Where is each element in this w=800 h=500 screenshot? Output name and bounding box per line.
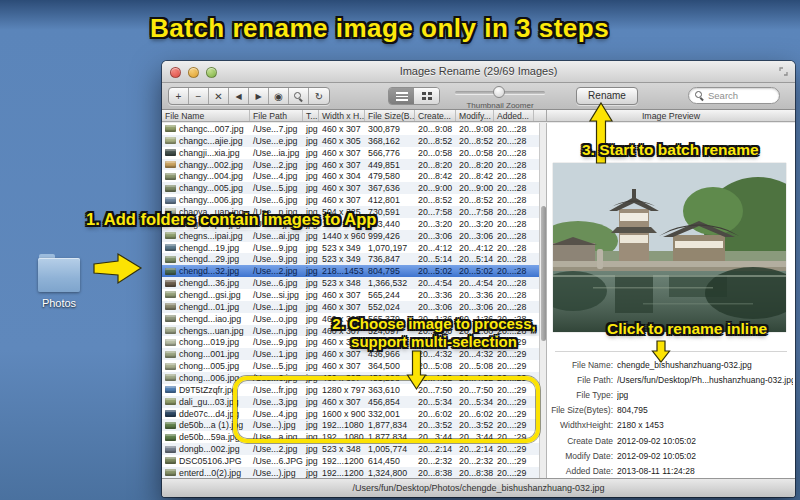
added-date-cell: 20...:28 [494, 207, 534, 217]
table-row[interactable]: chengd...gsi.jpg /Use...si.jpg jpg 460 x… [162, 289, 539, 301]
refresh-button[interactable]: ↻ [309, 88, 329, 104]
file-name-cell: chengd...36.jpg [162, 278, 250, 288]
preview-field-value[interactable]: /Users/fun/Desktop/Ph...hushanzhuang-032… [617, 375, 793, 385]
plus-icon: + [176, 91, 182, 102]
create-date-cell: 20...7:58 [415, 207, 456, 217]
table-row[interactable]: chengd...01.jpg /Use...1.jpg jpg 460 x 3… [162, 301, 539, 313]
modify-date-cell: 20...8:20 [456, 160, 494, 170]
modify-date-cell: 20...8:38 [456, 468, 494, 478]
file-name-cell: chong...019.jpg [162, 337, 250, 347]
delete-button[interactable]: ✕ [209, 88, 229, 104]
row-thumbnail [165, 303, 176, 310]
title-bar[interactable]: Images Rename (29/69 Images) [162, 61, 795, 83]
photos-folder-icon[interactable] [38, 258, 80, 292]
table-row[interactable]: changc...ajie.jpg /Use...e.jpg jpg 460 x… [162, 135, 539, 147]
column-header[interactable]: Modify... [456, 110, 494, 121]
preview-field-value[interactable]: 2012-09-02 10:05:02 [617, 436, 696, 446]
resize-icon[interactable] [779, 67, 788, 76]
table-header-row: File NameFile PathT...Width x H...File S… [162, 110, 547, 121]
table-row[interactable]: changy...005.jpg /Use...5.jpg jpg 460 x … [162, 182, 539, 194]
file-name-cell: chong...005.jpg [162, 361, 250, 371]
added-date-cell: 20...:28 [494, 148, 534, 158]
file-type-cell: jpg [303, 290, 319, 300]
table-row[interactable]: changy...006.jpg /Use...6.jpg jpg 460 x … [162, 194, 539, 206]
rename-button[interactable]: Rename [576, 87, 638, 105]
table-row[interactable]: chong...005.jpg /Use...5.jpg jpg 460 x 3… [162, 360, 539, 372]
preview-field-value[interactable]: 2180 x 1453 [617, 420, 664, 430]
preview-field-value[interactable]: chengde_bishushanzhuang-032.jpg [617, 360, 752, 370]
table-row[interactable]: enterd...0(2).jpg /Use...).jpg jpg 192..… [162, 467, 539, 479]
row-thumbnail [165, 386, 176, 393]
annotation-step2-line1: 2. Choose image to process, [327, 315, 541, 333]
add-button[interactable]: + [169, 88, 189, 104]
column-header[interactable]: Added... [494, 110, 534, 121]
create-date-cell: 20...8:52 [415, 195, 456, 205]
table-row[interactable]: chengd...19.jpg /Use...9.jpg jpg 523 x 3… [162, 242, 539, 254]
modify-date-cell: 20...4:54 [456, 278, 494, 288]
row-thumbnail [165, 232, 176, 239]
image-preview-header: Image Preview [547, 110, 795, 121]
added-date-cell: 20...:28 [494, 195, 534, 205]
scrollbar-thumb[interactable] [541, 206, 546, 341]
column-header[interactable]: Create... [415, 110, 456, 121]
create-date-cell: 20...5:08 [415, 361, 456, 371]
preview-field-value[interactable]: jpg [617, 390, 628, 400]
table-row[interactable]: chegns...ipai.jpg /Use...ai.jpg jpg 1440… [162, 230, 539, 242]
file-path-cell: /Use...o.jpg [250, 314, 303, 324]
file-path-cell: /Use...2.jpg [250, 266, 303, 276]
column-header[interactable]: File Name [162, 110, 250, 121]
column-header[interactable]: Width x H... [319, 110, 365, 121]
preview-field-value[interactable]: 2013-08-11 11:24:28 [617, 466, 695, 476]
annotation-step2: 2. Choose image to process, support mult… [327, 315, 541, 351]
next-button[interactable]: ▶ [249, 88, 269, 104]
toolbar-search-button[interactable] [289, 88, 309, 104]
table-row[interactable]: changy...004.jpg /Use...4.jpg jpg 460 x … [162, 170, 539, 182]
added-date-cell: 20...:28 [494, 219, 534, 229]
table-row[interactable]: chengd...29.jpg /Use...9.jpg jpg 523 x 3… [162, 253, 539, 265]
search-input[interactable]: Search [688, 87, 780, 104]
column-header[interactable]: File Size(B... [365, 110, 415, 121]
previous-button[interactable]: ◀ [229, 88, 249, 104]
table-row[interactable]: chengd...32.jpg /Use...2.jpg jpg 218...1… [162, 265, 539, 277]
table-row[interactable]: chengd...36.jpg /Use...6.jpg jpg 523 x 3… [162, 277, 539, 289]
table-row[interactable]: changji...xia.jpg /Use...ia.jpg jpg 460 … [162, 147, 539, 159]
table-scrollbar[interactable] [539, 123, 547, 479]
column-header[interactable]: File Path [250, 110, 303, 121]
file-name-cell: chong...001.jpg [162, 349, 250, 359]
file-path-cell: /Use...6.JPG [250, 456, 303, 466]
file-type-cell: jpg [303, 349, 319, 359]
create-date-cell: 20...4:54 [415, 278, 456, 288]
table-row[interactable]: DSC05106.JPG /Use...6.JPG jpg 192...1200… [162, 455, 539, 467]
file-path-cell: /Use...5.jpg [250, 183, 303, 193]
row-thumbnail [165, 137, 176, 144]
list-icon [396, 92, 408, 101]
list-view-button[interactable] [389, 88, 414, 104]
preview-field-value[interactable]: 804,795 [617, 405, 648, 415]
preview-field: Create Date 2012-09-02 10:05:02 [547, 433, 793, 448]
added-date-cell: 20...:28 [494, 243, 534, 253]
quicklook-button[interactable]: ◉ [269, 88, 289, 104]
column-header[interactable]: T... [303, 110, 319, 121]
slider-knob[interactable] [493, 86, 505, 98]
create-date-cell: 20...8:52 [415, 136, 456, 146]
file-name-cell: chengd...29.jpg [162, 254, 250, 264]
preview-field-label: Modify Date: [547, 451, 613, 461]
preview-field-value[interactable]: 2012-09-02 10:05:02 [617, 451, 696, 461]
create-date-cell: 20...8:42 [415, 171, 456, 181]
remove-button[interactable]: − [189, 88, 209, 104]
preview-field-label: File Size(Bytes): [547, 405, 613, 415]
row-thumbnail [165, 173, 176, 180]
file-path-cell: /Use...7.jpg [250, 124, 303, 134]
file-type-cell: jpg [303, 314, 319, 324]
annotation-inline-tip: Click to rename inline [607, 320, 767, 338]
table-row[interactable]: changy...002.jpg /Use...2.jpg jpg 460 x … [162, 159, 539, 171]
modify-date-cell: 20...3:06 [456, 302, 494, 312]
dimensions-cell: 460 x 307 [319, 195, 365, 205]
table-row[interactable]: changc...007.jpg /Use...7.jpg jpg 460 x … [162, 123, 539, 135]
file-name-cell: chegns...ipai.jpg [162, 231, 250, 241]
thumbnail-zoomer-slider[interactable] [455, 91, 545, 94]
row-thumbnail [165, 291, 176, 298]
table-row[interactable]: dongb...002.jpg /Use...2.jpg jpg 523 x 3… [162, 443, 539, 455]
create-date-cell: 20...3:06 [415, 231, 456, 241]
file-size-cell: 552,024 [365, 302, 415, 312]
